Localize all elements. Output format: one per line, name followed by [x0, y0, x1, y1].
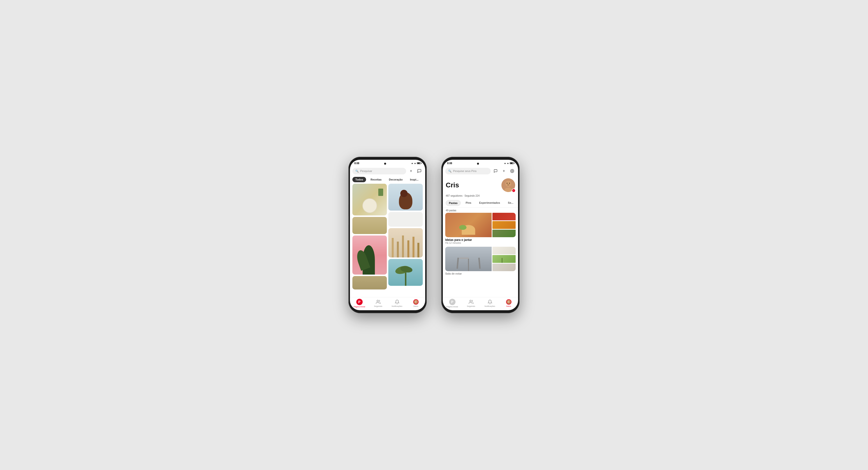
svg-point-0 — [377, 300, 378, 302]
tab-pins[interactable]: Pins — [463, 200, 474, 206]
tab-todos[interactable]: Todos — [352, 177, 366, 182]
notch-area-1 — [384, 161, 386, 165]
search-icon-1: 🔍 — [355, 169, 359, 173]
search-header-2: 🔍 Pesquise seus Pins + — [443, 166, 518, 176]
masonry-col-2 — [388, 184, 423, 289]
message-button-2[interactable] — [492, 167, 499, 175]
board-side-img-sala-1 — [492, 247, 516, 254]
vol-up-button-1 — [348, 196, 349, 205]
search-header-1: 🔍 Pesquisar + — [350, 166, 425, 176]
svg-point-1 — [512, 170, 513, 171]
wifi-icon-2: ▲ — [504, 162, 506, 164]
board-side-img-sala-2 — [492, 255, 516, 262]
user-avatar-2: C — [506, 299, 512, 305]
board-side-jantar — [492, 213, 516, 237]
board-grid-jantar — [445, 213, 516, 237]
board-main-img-sala — [445, 247, 492, 271]
category-tabs-1: Todos Receitas Decoração Inspi... — [350, 176, 425, 184]
svg-point-5 — [506, 183, 507, 184]
phone-frame-1: 8:08 ▲ ▲ 🔍 Pesquisar + — [348, 157, 427, 313]
profile-header: Cris — [443, 176, 518, 193]
message-button-1[interactable] — [416, 167, 423, 175]
power-button-2 — [519, 204, 520, 216]
search-placeholder-2: Pesquise seus Pins — [453, 169, 476, 173]
notch-area-2 — [477, 161, 479, 165]
tab-decoracao[interactable]: Decoração — [386, 177, 405, 182]
board-item-sala[interactable]: Sala de estar — [445, 247, 516, 275]
status-time-1: 8:08 — [354, 162, 359, 165]
add-button-2[interactable]: + — [500, 167, 507, 175]
status-bar-2: 8:08 ▲ ▲ — [443, 160, 518, 166]
settings-button-2[interactable] — [509, 167, 516, 175]
nav-notifications-label-2: Notificações — [485, 305, 495, 307]
profile-stats: 487 seguidores · Seguindo 224 — [443, 193, 518, 199]
nav-notifications-1[interactable]: Notificações — [391, 299, 403, 307]
tab-inspi[interactable]: Inspi... — [407, 177, 422, 182]
bell-icon-2 — [487, 299, 493, 305]
battery-icon-2 — [510, 162, 514, 164]
vol-down-button-1 — [348, 216, 349, 225]
pin-plant[interactable] — [352, 236, 387, 275]
wifi-icon: ▲ — [411, 162, 413, 164]
pin-light[interactable] — [388, 212, 423, 227]
nav-home-1[interactable]: P Página inicial — [353, 299, 366, 308]
search-icon-2: 🔍 — [448, 169, 452, 173]
nav-saved-label-1: Salvo — [413, 305, 418, 307]
pin-buildings[interactable] — [388, 228, 423, 257]
pin-tiles[interactable] — [352, 276, 387, 289]
pinterest-logo-1: P — [356, 299, 363, 305]
profile-avatar-wrapper[interactable]: ✓ — [501, 178, 515, 192]
pins-feed-1 — [350, 184, 425, 297]
nav-home-2[interactable]: P Página inicial — [446, 299, 459, 308]
nav-home-label-2: Página inicial — [446, 306, 458, 308]
phone-screen-1: 8:08 ▲ ▲ 🔍 Pesquisar + — [350, 160, 425, 310]
search-bar-1[interactable]: 🔍 Pesquisar — [352, 168, 406, 175]
nav-saved-label-2: Salvo — [506, 305, 511, 307]
camera-2 — [477, 163, 479, 165]
phone-frame-2: 8:08 ▲ ▲ 🔍 Pesquise seus Pins — [441, 157, 520, 313]
nav-home-label-1: Página inicial — [353, 306, 365, 308]
board-item-jantar[interactable]: Ideias para o jantar Há 12 minutos — [445, 213, 516, 244]
people-icon-1 — [376, 299, 381, 305]
nav-notifications-2[interactable]: Notificações — [484, 299, 496, 307]
pin-palm[interactable] — [388, 259, 423, 286]
tab-receitas[interactable]: Receitas — [368, 177, 384, 182]
profile-name: Cris — [446, 181, 459, 189]
nav-following-label-1: Seguindo — [374, 305, 382, 307]
camera-1 — [384, 163, 386, 165]
board-title-jantar: Ideias para o jantar — [445, 238, 516, 242]
pin-texture[interactable] — [352, 217, 387, 234]
board-side-img-2 — [492, 221, 516, 229]
nav-saved-2[interactable]: C Salvo — [503, 299, 515, 307]
board-title-sala: Sala de estar — [445, 272, 516, 275]
tab-se[interactable]: Se... — [505, 200, 516, 206]
boards-count: 49 pastas — [443, 208, 518, 213]
pin-food[interactable] — [352, 184, 387, 215]
phone-2: 8:08 ▲ ▲ 🔍 Pesquise seus Pins — [441, 157, 520, 313]
nav-following-1[interactable]: Seguindo — [372, 299, 384, 307]
signal-icon: ▲ — [414, 162, 416, 164]
board-grid-sala — [445, 247, 516, 271]
profile-tabs: Pastas Pins Experimentados Se... — [443, 199, 518, 208]
phone-screen-2: 8:08 ▲ ▲ 🔍 Pesquise seus Pins — [443, 160, 518, 310]
board-main-img-jantar — [445, 213, 492, 237]
board-side-img-1 — [492, 213, 516, 220]
pin-dog[interactable] — [388, 184, 423, 211]
nav-saved-1[interactable]: C Salvo — [410, 299, 422, 307]
board-time-jantar: Há 12 minutos — [445, 242, 516, 244]
signal-icon-2: ▲ — [507, 162, 509, 164]
nav-notifications-label-1: Notificações — [392, 305, 402, 307]
tab-pastas[interactable]: Pastas — [446, 200, 461, 206]
add-button-1[interactable]: + — [408, 167, 414, 175]
status-icons-2: ▲ ▲ — [504, 162, 514, 164]
user-avatar-1: C — [413, 299, 418, 305]
status-icons-1: ▲ ▲ — [411, 162, 421, 164]
boards-list: Ideias para o jantar Há 12 minutos — [443, 213, 518, 297]
verified-badge: ✓ — [512, 189, 516, 192]
svg-point-7 — [470, 300, 471, 302]
nav-following-2[interactable]: Seguindo — [465, 299, 477, 307]
search-placeholder-1: Pesquisar — [360, 169, 372, 173]
search-bar-2[interactable]: 🔍 Pesquise seus Pins — [445, 168, 491, 175]
status-bar-1: 8:08 ▲ ▲ — [350, 160, 425, 166]
tab-experimentados[interactable]: Experimentados — [476, 200, 503, 206]
